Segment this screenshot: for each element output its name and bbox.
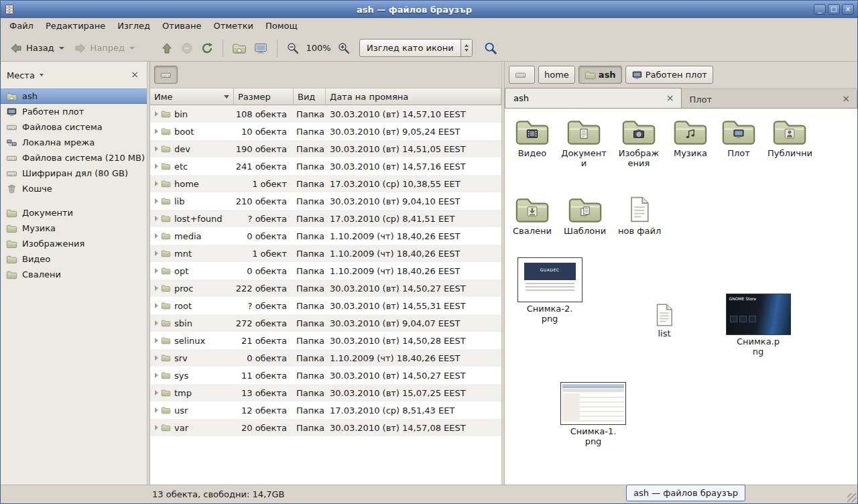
tree-row[interactable]: proc 222 обекта Папка 30.03.2010 (вт) 14… (150, 279, 501, 297)
sidebar-place-item[interactable]: Шифриран дял (80 GB) (1, 166, 147, 181)
view-mode-select[interactable]: Изглед като икони (359, 39, 473, 57)
tree-row[interactable]: selinux 21 обекта Папка 30.03.2010 (вт) … (150, 332, 501, 349)
sidebar-title[interactable]: Места (7, 70, 35, 80)
breadcrumb-button[interactable]: home (538, 66, 575, 84)
tree-row[interactable]: root ? обекта Папка 30.03.2010 (вт) 14,5… (150, 297, 501, 314)
column-header-size[interactable]: Размер (234, 88, 294, 105)
stop-button[interactable] (177, 39, 197, 58)
icon-view-item[interactable]: Видео (513, 117, 552, 159)
tree-row[interactable]: lib 210 обекта Папка 30.03.2010 (вт) 9,0… (150, 192, 501, 210)
home-button[interactable] (229, 40, 250, 57)
icon-view-item[interactable]: Изображения (616, 117, 662, 169)
sidebar-place-item[interactable]: Файлова система (1, 119, 147, 135)
forward-button[interactable]: Напред (69, 39, 139, 58)
tab[interactable]: ash × (505, 88, 682, 108)
sidebar-place-item[interactable]: Файлова система (210 MB) (1, 150, 147, 166)
tree-row[interactable]: srv 0 обекта Папка 1.10.2009 (чт) 18,40,… (150, 349, 501, 367)
icon-view-item[interactable]: Шаблони (564, 194, 606, 237)
back-history-caret-icon[interactable] (59, 47, 64, 50)
search-button[interactable] (481, 39, 501, 58)
icon-view-item[interactable]: Свалени (513, 194, 552, 237)
tab[interactable]: Плот × (682, 90, 858, 108)
tree-row[interactable]: home 1 обект Папка 17.03.2010 (ср) 10,38… (150, 175, 501, 192)
sidebar-place-item[interactable]: Кошче (1, 181, 147, 196)
tree-row[interactable]: lost+found ? обекта Папка 17.03.2010 (ср… (150, 210, 501, 227)
icon-view-item[interactable]: Документи (561, 117, 607, 169)
icon-view-item[interactable]: GNOME Store Снимка.png (723, 294, 793, 357)
expander-icon[interactable] (155, 320, 158, 326)
breadcrumb-button[interactable]: Работен плот (625, 66, 713, 84)
expander-icon[interactable] (155, 338, 158, 343)
tree-row[interactable]: var 20 обекта Папка 30.03.2010 (вт) 14,5… (150, 419, 501, 436)
tab-close-button[interactable]: × (665, 93, 676, 104)
titlebar[interactable]: ash — файлов браузър _ □ × (1, 1, 857, 18)
tree-row[interactable]: mnt 1 обект Папка 1.10.2009 (чт) 18,40,2… (150, 245, 501, 262)
expander-icon[interactable] (155, 181, 158, 186)
reload-button[interactable] (197, 39, 217, 58)
computer-button[interactable] (250, 40, 271, 57)
tree-row[interactable]: usr 12 обекта Папка 17.03.2010 (ср) 8,51… (150, 401, 501, 419)
tree-row[interactable]: dev 190 обекта Папка 30.03.2010 (вт) 14,… (150, 140, 501, 158)
menu-item[interactable]: Редактиране (40, 18, 111, 35)
tree-row[interactable]: bin 108 обекта Папка 30.03.2010 (вт) 14,… (150, 105, 501, 123)
icon-view-item[interactable]: GUADEC Снимка-2.png (515, 257, 585, 324)
sidebar-pane-caret-icon[interactable] (40, 74, 44, 76)
tree-row[interactable]: etc 241 обекта Папка 30.03.2010 (вт) 14,… (150, 158, 501, 175)
up-button[interactable] (157, 39, 177, 58)
icon-view[interactable]: Видео Документи (505, 109, 857, 485)
expander-icon[interactable] (155, 355, 158, 361)
tab-close-button[interactable]: × (841, 94, 851, 105)
icon-view-item[interactable]: Плот (719, 117, 758, 159)
menu-item[interactable]: Помощ (259, 18, 304, 35)
sidebar-bookmark-item[interactable]: Видео (1, 251, 147, 267)
expander-icon[interactable] (155, 251, 158, 256)
sidebar-bookmark-item[interactable]: Музика (1, 220, 147, 236)
breadcrumb-button[interactable]: ash (578, 66, 622, 84)
sidebar-bookmark-item[interactable]: Документи (1, 205, 147, 220)
expander-icon[interactable] (155, 390, 158, 395)
tree-row[interactable]: opt 0 обекта Папка 1.10.2009 (чт) 18,40,… (150, 262, 501, 279)
icon-view-item[interactable]: Музика (671, 117, 710, 159)
menu-item[interactable]: Файл (3, 18, 40, 35)
expander-icon[interactable] (155, 268, 158, 273)
sidebar-place-item[interactable]: Локална мрежа (1, 135, 147, 150)
icon-view-item[interactable]: Снимка-1.png (558, 382, 628, 447)
icon-view-item[interactable]: Публични (768, 117, 812, 159)
zoom-out-button[interactable] (283, 39, 303, 58)
column-header-date[interactable]: Дата на промяна (326, 88, 501, 105)
sidebar-place-item[interactable]: Работен плот (1, 104, 147, 119)
expander-icon[interactable] (155, 146, 158, 151)
expander-icon[interactable] (155, 303, 158, 308)
expander-icon[interactable] (155, 216, 158, 221)
icon-view-item[interactable]: нов файл (618, 194, 661, 237)
tree-row[interactable]: boot 10 обекта Папка 30.03.2010 (вт) 9,0… (150, 123, 501, 140)
view-mode-spinner[interactable] (461, 40, 472, 56)
resize-grip[interactable] (847, 493, 857, 503)
sidebar-place-item[interactable]: ash (1, 88, 147, 104)
maximize-button[interactable]: □ (828, 4, 840, 15)
menu-item[interactable]: Изглед (111, 18, 156, 35)
expander-icon[interactable] (155, 373, 158, 378)
expander-icon[interactable] (155, 129, 158, 134)
menu-item[interactable]: Отметки (207, 18, 259, 35)
column-header-name[interactable]: Име (150, 88, 234, 105)
expander-icon[interactable] (155, 164, 158, 169)
tree-row[interactable]: sys 11 обекта Папка 30.03.2010 (вт) 14,5… (150, 367, 501, 384)
column-header-type[interactable]: Вид (294, 88, 326, 105)
minimize-button[interactable]: _ (814, 4, 826, 15)
sidebar-bookmark-item[interactable]: Изображения (1, 236, 147, 251)
tree-row[interactable]: media 0 обекта Папка 1.10.2009 (чт) 18,4… (150, 227, 501, 245)
expander-icon[interactable] (155, 286, 158, 291)
expander-icon[interactable] (155, 407, 158, 413)
sidebar-close-button[interactable]: × (129, 70, 140, 80)
expander-icon[interactable] (155, 198, 158, 204)
menu-item[interactable]: Отиване (156, 18, 207, 35)
expander-icon[interactable] (155, 111, 158, 117)
tree-row[interactable]: sbin 272 обекта Папка 30.03.2010 (вт) 9,… (150, 314, 501, 332)
expander-icon[interactable] (155, 425, 158, 430)
close-button[interactable]: × (842, 4, 854, 15)
breadcrumb-button[interactable] (509, 66, 535, 84)
icon-view-item[interactable]: list (629, 302, 699, 339)
tree-row[interactable]: tmp 13 обекта Папка 30.03.2010 (вт) 15,0… (150, 384, 501, 401)
root-breadcrumb-button[interactable] (154, 66, 178, 84)
